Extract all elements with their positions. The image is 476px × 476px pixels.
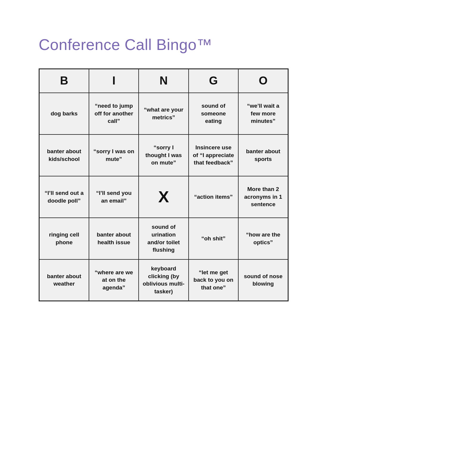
bingo-table: BINGO dog barks“need to jump off for ano…: [39, 68, 289, 301]
bingo-body: dog barks“need to jump off for another c…: [39, 93, 288, 301]
table-cell-1-2: “sorry I thought I was on mute”: [139, 134, 188, 176]
table-row-3: ringing cell phonebanter about health is…: [39, 218, 288, 259]
table-cell-3-0: ringing cell phone: [39, 218, 89, 259]
header-cell-n: N: [139, 69, 188, 93]
table-row-4: banter about weather“where are we at on …: [39, 259, 288, 301]
table-cell-0-0: dog barks: [39, 93, 89, 134]
header-cell-g: G: [189, 69, 238, 93]
table-cell-4-1: “where are we at on the agenda”: [89, 259, 139, 301]
table-cell-0-1: “need to jump off for another call”: [89, 93, 139, 134]
table-row-1: banter about kids/school“sorry I was on …: [39, 134, 288, 176]
header-row: BINGO: [39, 69, 288, 93]
bingo-header: BINGO: [39, 69, 288, 93]
table-cell-3-1: banter about health issue: [89, 218, 139, 259]
table-cell-2-2: X: [139, 176, 188, 218]
table-cell-4-4: sound of nose blowing: [238, 259, 288, 301]
table-cell-4-2: keyboard clicking (by oblivious multi-ta…: [139, 259, 188, 301]
table-cell-1-4: banter about sports: [238, 134, 288, 176]
table-cell-1-1: “sorry I was on mute”: [89, 134, 139, 176]
table-cell-2-3: “action items”: [189, 176, 238, 218]
header-cell-b: B: [39, 69, 89, 93]
page-title: Conference Call Bingo™: [39, 36, 212, 54]
table-cell-1-0: banter about kids/school: [39, 134, 89, 176]
table-cell-3-4: “how are the optics”: [238, 218, 288, 259]
table-cell-2-4: More than 2 acronyms in 1 sentence: [238, 176, 288, 218]
header-cell-o: O: [238, 69, 288, 93]
table-row-2: “I’ll send out a doodle poll”“I’ll send …: [39, 176, 288, 218]
table-cell-4-0: banter about weather: [39, 259, 89, 301]
table-cell-1-3: Insincere use of “I appreciate that feed…: [189, 134, 238, 176]
table-cell-4-3: “let me get back to you on that one”: [189, 259, 238, 301]
table-cell-0-3: sound of someone eating: [189, 93, 238, 134]
table-cell-2-1: “I’ll send you an email”: [89, 176, 139, 218]
table-cell-3-3: “oh shit”: [189, 218, 238, 259]
table-cell-3-2: sound of urination and/or toilet flushin…: [139, 218, 188, 259]
table-cell-0-2: “what are your metrics”: [139, 93, 188, 134]
table-row-0: dog barks“need to jump off for another c…: [39, 93, 288, 134]
table-cell-0-4: “we’ll wait a few more minutes”: [238, 93, 288, 134]
header-cell-i: I: [89, 69, 139, 93]
table-cell-2-0: “I’ll send out a doodle poll”: [39, 176, 89, 218]
